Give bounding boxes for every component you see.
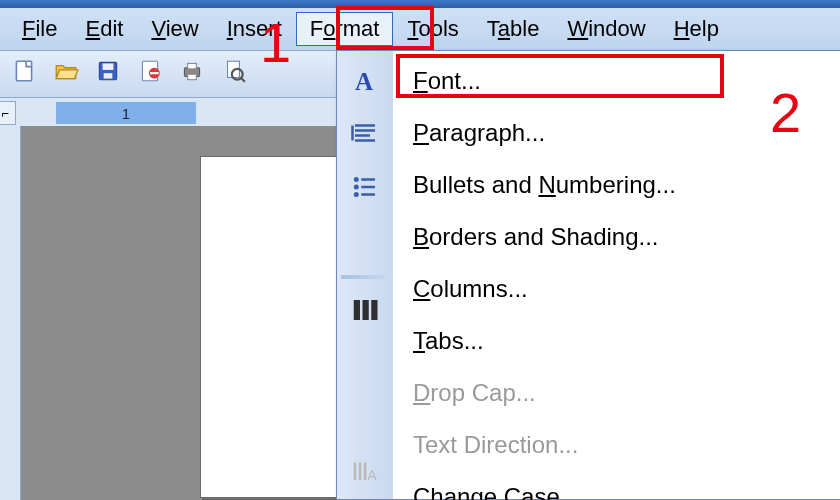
print-preview-button[interactable] <box>218 58 250 90</box>
gutter-separator <box>341 275 389 279</box>
print-button[interactable] <box>176 58 208 90</box>
svg-text:A: A <box>368 468 378 483</box>
menu-format[interactable]: Format <box>296 12 394 46</box>
title-bar <box>0 0 840 8</box>
svg-rect-0 <box>16 61 31 81</box>
menu-tools[interactable]: Tools <box>393 12 472 46</box>
menu-file[interactable]: File <box>8 12 71 46</box>
svg-point-22 <box>354 192 359 197</box>
format-dropcap-item[interactable]: Drop Cap... <box>393 367 840 419</box>
bullets-icon <box>343 162 387 212</box>
dropdown-list: Font... Paragraph... Bullets and Numberi… <box>393 51 840 499</box>
format-paragraph-item[interactable]: Paragraph... <box>393 107 840 159</box>
svg-text:A: A <box>355 68 373 95</box>
svg-rect-26 <box>371 300 377 320</box>
open-icon <box>53 58 79 90</box>
save-icon <box>95 58 121 90</box>
new-doc-button[interactable] <box>8 58 40 90</box>
svg-point-18 <box>354 177 359 182</box>
svg-rect-24 <box>354 300 360 320</box>
text-direction-icon: A <box>343 445 387 495</box>
blank-icon <box>343 392 387 442</box>
format-dropdown: A A Font... Paragraph... Bullets and Num… <box>336 50 840 500</box>
permission-button[interactable] <box>134 58 166 90</box>
format-columns-item[interactable]: Columns... <box>393 263 840 315</box>
svg-rect-25 <box>363 300 369 320</box>
svg-point-20 <box>354 184 359 189</box>
open-button[interactable] <box>50 58 82 90</box>
svg-line-12 <box>241 78 245 82</box>
menu-help[interactable]: Help <box>660 12 733 46</box>
menu-view[interactable]: View <box>137 12 212 46</box>
blank-icon <box>343 216 387 266</box>
format-borders-item[interactable]: Borders and Shading... <box>393 211 840 263</box>
ruler-number: 1 <box>56 102 196 124</box>
svg-rect-2 <box>103 63 114 69</box>
ruler-left-fragment: ⌐ <box>0 101 16 125</box>
menu-table[interactable]: Table <box>473 12 554 46</box>
format-tabs-item[interactable]: Tabs... <box>393 315 840 367</box>
print-icon <box>179 58 205 90</box>
format-changecase-item[interactable]: Change Case... <box>393 471 840 500</box>
format-textdirection-item[interactable]: Text Direction... <box>393 419 840 471</box>
format-font-item[interactable]: Font... <box>393 55 840 107</box>
menu-insert[interactable]: Insert <box>213 12 296 46</box>
menu-edit[interactable]: Edit <box>71 12 137 46</box>
blank-icon <box>343 338 387 388</box>
new-doc-icon <box>11 58 37 90</box>
save-button[interactable] <box>92 58 124 90</box>
columns-icon <box>343 285 387 335</box>
menu-window[interactable]: Window <box>553 12 659 46</box>
font-a-icon: A <box>343 55 387 105</box>
svg-rect-3 <box>104 73 113 78</box>
dropdown-icon-gutter: A A <box>337 51 393 499</box>
svg-rect-6 <box>150 72 159 74</box>
ruler-track[interactable]: 1 <box>56 102 196 124</box>
print-preview-icon <box>221 58 247 90</box>
svg-rect-9 <box>188 74 197 79</box>
svg-rect-8 <box>188 63 197 68</box>
format-bullets-item[interactable]: Bullets and Numbering... <box>393 159 840 211</box>
permission-icon <box>137 58 163 90</box>
menu-bar: File Edit View Insert Format Tools Table… <box>0 8 840 51</box>
paragraph-lines-icon <box>343 109 387 159</box>
